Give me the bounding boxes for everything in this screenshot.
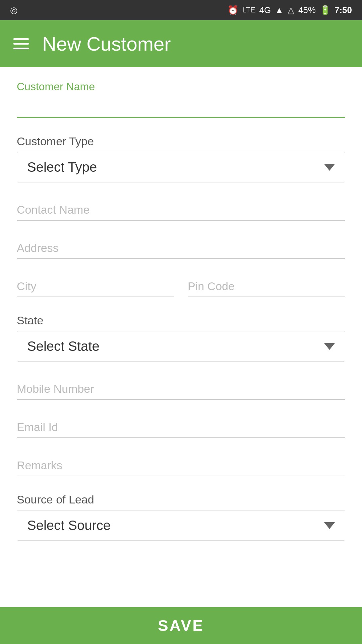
signal2-icon: △ (288, 5, 294, 15)
save-button[interactable]: SAVE (0, 607, 362, 644)
hamburger-line-1 (13, 38, 29, 40)
hamburger-line-3 (13, 48, 29, 49)
source-of-lead-value: Select Source (27, 518, 111, 533)
customer-type-field-group: Customer Type Select Type (17, 135, 345, 182)
email-input[interactable] (17, 417, 345, 438)
remarks-input[interactable] (17, 455, 345, 476)
address-field-group (17, 237, 345, 259)
4g-icon: 4G (259, 5, 271, 15)
state-field-group: State Select State (17, 314, 345, 362)
customer-name-field-group: Customer Name (17, 80, 345, 118)
phone-lte-icon: LTE (242, 6, 255, 14)
address-input[interactable] (17, 237, 345, 259)
mobile-number-field-group (17, 378, 345, 400)
app-bar: New Customer (0, 20, 362, 67)
customer-type-label: Customer Type (17, 135, 345, 148)
remarks-field-group (17, 455, 345, 476)
status-right: ⏰ LTE 4G ▲ △ 45% 🔋 7:50 (228, 5, 352, 15)
battery-icon: 🔋 (320, 5, 330, 15)
customer-name-input[interactable] (17, 96, 345, 118)
city-input[interactable] (17, 276, 174, 297)
battery-percent: 45% (298, 5, 316, 15)
customer-type-arrow-icon (324, 164, 335, 171)
alarm-icon: ⏰ (228, 5, 238, 15)
save-button-label: SAVE (158, 616, 204, 635)
email-field-group (17, 417, 345, 438)
contact-name-field-group (17, 199, 345, 221)
status-bar: ◎ ⏰ LTE 4G ▲ △ 45% 🔋 7:50 (0, 0, 362, 20)
source-of-lead-dropdown[interactable]: Select Source (17, 510, 345, 541)
state-value: Select State (27, 339, 100, 354)
status-left: ◎ (10, 5, 18, 15)
customer-name-label: Customer Name (17, 80, 345, 93)
form-container: Customer Name Customer Type Select Type … (0, 67, 362, 644)
source-of-lead-arrow-icon (324, 522, 335, 529)
source-of-lead-field-group: Source of Lead Select Source (17, 493, 345, 541)
page-title: New Customer (42, 33, 171, 55)
pincode-input[interactable] (188, 276, 345, 297)
state-dropdown[interactable]: Select State (17, 331, 345, 362)
hamburger-line-2 (13, 43, 29, 45)
wifi-circle-icon: ◎ (10, 5, 18, 15)
state-arrow-icon (324, 343, 335, 350)
source-of-lead-label: Source of Lead (17, 493, 345, 506)
contact-name-input[interactable] (17, 199, 345, 221)
pincode-field-group (188, 276, 345, 297)
customer-type-value: Select Type (27, 160, 97, 175)
city-pincode-row (17, 276, 345, 297)
menu-button[interactable] (13, 38, 29, 49)
time-display: 7:50 (335, 5, 352, 15)
signal-icon: ▲ (275, 5, 284, 15)
state-label: State (17, 314, 345, 327)
mobile-number-input[interactable] (17, 378, 345, 400)
customer-type-dropdown[interactable]: Select Type (17, 152, 345, 182)
city-field-group (17, 276, 174, 297)
